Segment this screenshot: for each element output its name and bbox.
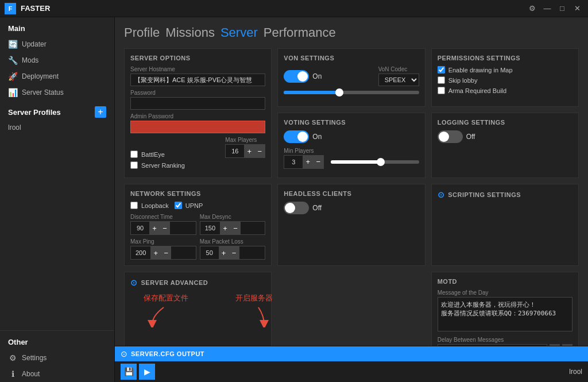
- von-slider-bar[interactable]: [284, 91, 419, 94]
- voting-slider-container: [331, 152, 419, 164]
- disconnect-time-group: Disconnect Time 90 + −: [130, 214, 196, 235]
- von-toggle-row: On VoN Codec SPEEX OPUS: [284, 66, 419, 86]
- sidebar-item-about[interactable]: ℹ About: [0, 366, 114, 382]
- server-advanced-header[interactable]: ⊙ SERVER ADVANCED: [130, 278, 265, 287]
- von-settings-panel: VON SETTINGS On VoN Codec SPEEX: [277, 48, 425, 107]
- headless-toggle-track[interactable]: [284, 202, 309, 214]
- battleye-checkbox[interactable]: [130, 151, 138, 158]
- max-ping-increment[interactable]: +: [150, 246, 161, 260]
- motd-textarea[interactable]: 欢迎进入本服务器，祝玩得开心！ 服务器情况反馈请联系QQ：2369700663: [438, 297, 572, 331]
- sidebar-item-updater[interactable]: 🔄 Updater: [0, 36, 114, 52]
- max-packet-loss-label: Max Packet Loss: [200, 238, 266, 245]
- tab-performance[interactable]: Performance: [264, 25, 336, 43]
- max-packet-loss-group: Max Packet Loss 50 + −: [200, 238, 266, 260]
- max-ping-group: Max Ping 200 + −: [130, 238, 196, 260]
- loopback-checkbox[interactable]: [130, 202, 138, 209]
- server-cfg-arrow-icon: ⊙: [121, 349, 127, 358]
- voting-slider-fill: [331, 160, 379, 164]
- max-packet-loss-value: 50: [200, 249, 219, 256]
- sidebar-item-mods[interactable]: 🔧 Mods: [0, 52, 114, 68]
- scripting-arrow-icon: ⊙: [438, 190, 445, 199]
- max-ping-value: 200: [131, 249, 150, 256]
- disconnect-time-decrement[interactable]: −: [160, 221, 170, 235]
- scripting-header[interactable]: ⊙ SCRIPTING SETTINGS: [438, 190, 572, 199]
- voting-slider-thumb: [377, 158, 385, 166]
- max-ping-decrement[interactable]: −: [161, 246, 171, 260]
- min-players-increment[interactable]: +: [303, 155, 313, 169]
- codec-select[interactable]: SPEEX OPUS: [378, 74, 419, 86]
- server-options-title: SERVER OPTIONS: [130, 55, 265, 61]
- codec-label: VoN Codec: [378, 66, 419, 72]
- max-players-row: BattlEye Max Players 16 + −: [130, 137, 265, 158]
- start-server-button[interactable]: ▶: [139, 364, 155, 380]
- server-ranking-row: Server Ranking: [130, 161, 265, 169]
- profiles-label: Server Profiles: [8, 108, 95, 117]
- headless-toggle[interactable]: Off: [284, 202, 322, 214]
- tabs-bar: Profile Missions Server Performance: [115, 17, 588, 43]
- voting-toggle-row: On: [284, 130, 419, 143]
- skip-lobby-row: Skip lobby: [438, 76, 572, 84]
- maximize-btn[interactable]: □: [556, 2, 568, 15]
- app-logo: F: [5, 3, 16, 14]
- window-controls: ⚙ — □ ✕: [526, 2, 583, 15]
- voting-toggle-track[interactable]: [284, 130, 309, 143]
- disconnect-time-increment[interactable]: +: [149, 221, 160, 235]
- motd-title: MOTD: [438, 278, 572, 285]
- loopback-row: Loopback: [130, 202, 169, 209]
- max-players-decrement[interactable]: −: [254, 144, 265, 158]
- main-content-grid: SERVER OPTIONS Server Hostname Password …: [115, 43, 588, 346]
- sidebar-spacer: [0, 135, 114, 330]
- max-desync-decrement[interactable]: −: [230, 221, 241, 235]
- minimize-btn[interactable]: —: [541, 2, 554, 15]
- save-icon: 💾: [124, 367, 134, 376]
- enable-drawing-checkbox[interactable]: [438, 66, 445, 74]
- upnp-checkbox[interactable]: [175, 202, 182, 209]
- server-status-icon: 📊: [8, 88, 17, 97]
- server-advanced-title: SERVER ADVANCED: [141, 279, 208, 286]
- logging-toggle-track[interactable]: [438, 130, 463, 143]
- network-settings-title: NETWORK SETTINGS: [130, 190, 265, 197]
- tab-profile[interactable]: Profile: [124, 25, 160, 43]
- admin-password-input[interactable]: [130, 121, 265, 133]
- tab-missions[interactable]: Missions: [165, 25, 215, 43]
- voting-toggle[interactable]: On: [284, 130, 322, 143]
- skip-lobby-checkbox[interactable]: [438, 76, 445, 84]
- max-desync-value: 150: [200, 225, 220, 231]
- server-ranking-checkbox[interactable]: [130, 161, 138, 169]
- voting-slider-bar[interactable]: [331, 160, 419, 164]
- main-section-title: Main: [0, 17, 114, 36]
- sidebar-item-settings[interactable]: ⚙ Settings: [0, 350, 114, 366]
- min-players-row: Min Players 3 + −: [284, 148, 419, 169]
- arma-required-checkbox[interactable]: [438, 87, 445, 94]
- motd-message-label: Message of the Day: [438, 290, 572, 296]
- max-players-increment[interactable]: +: [244, 144, 254, 158]
- max-packet-loss-decrement[interactable]: −: [229, 246, 239, 260]
- save-config-button[interactable]: 💾: [121, 364, 137, 380]
- profile-lrool[interactable]: lrool: [0, 120, 114, 135]
- sidebar-item-server-status[interactable]: 📊 Server Status: [0, 84, 114, 101]
- server-cfg-header: ⊙ SERVER.CFG OUTPUT: [115, 346, 588, 361]
- server-advanced-panel: ⊙ SERVER ADVANCED: [124, 272, 272, 346]
- von-toggle[interactable]: On: [284, 70, 322, 83]
- min-players-decrement[interactable]: −: [313, 155, 323, 169]
- enable-drawing-row: Enable drawing in Map: [438, 66, 572, 74]
- logging-toggle[interactable]: Off: [438, 130, 475, 143]
- sidebar-item-deployment[interactable]: 🚀 Deployment: [0, 68, 114, 84]
- max-packet-loss-increment[interactable]: +: [219, 246, 229, 260]
- headless-clients-title: HEADLESS CLIENTS: [284, 190, 419, 197]
- add-profile-button[interactable]: +: [95, 106, 106, 118]
- tab-server[interactable]: Server: [220, 25, 258, 43]
- settings-btn[interactable]: ⚙: [526, 2, 539, 15]
- bottom-bar: ⊙ SERVER.CFG OUTPUT 💾 ▶ lrool: [115, 346, 588, 382]
- about-icon: ℹ: [8, 369, 17, 379]
- headless-clients-panel: HEADLESS CLIENTS Off: [277, 184, 425, 266]
- password-input[interactable]: [130, 97, 265, 110]
- close-btn[interactable]: ✕: [571, 2, 583, 15]
- max-desync-spinner: 150 + −: [200, 221, 266, 235]
- von-toggle-track[interactable]: [284, 70, 309, 83]
- max-desync-increment[interactable]: +: [220, 221, 230, 235]
- settings-icon: ⚙: [8, 353, 17, 362]
- hostname-input[interactable]: [130, 74, 265, 86]
- max-desync-label: Max Desync: [200, 214, 266, 220]
- logging-settings-title: LOGGING SETTINGS: [438, 119, 572, 126]
